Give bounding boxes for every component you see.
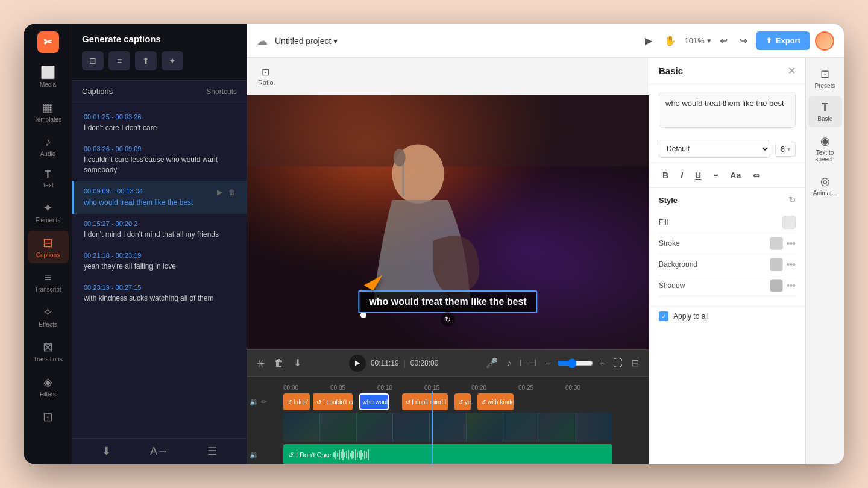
sidebar-item-elements[interactable]: ✦ Elements [28, 196, 69, 228]
case-btn[interactable]: Aa [726, 168, 744, 183]
timeline-play-btn[interactable]: ▶ [349, 355, 366, 372]
download-captions-btn[interactable]: ⬇ [102, 445, 111, 458]
sidebar-item-subtitle[interactable]: ⊡ [28, 405, 69, 429]
caption-overlay[interactable]: who would treat them like the best [358, 290, 537, 313]
zoom-in-btn[interactable]: + [597, 355, 607, 371]
undo-btn[interactable]: ↩ [716, 33, 731, 49]
redo-btn[interactable]: ↪ [736, 33, 751, 49]
shadow-color-box[interactable] [770, 279, 783, 292]
magic-icon: ✦ [169, 56, 176, 66]
cursor-btn[interactable]: ✋ [661, 33, 680, 49]
audio-icon: ♪ [45, 135, 51, 149]
captions-tool-magic[interactable]: ✦ [162, 51, 183, 70]
caption-item-4[interactable]: 00:15:27 - 00:20:2 I don't mind I don't … [72, 214, 247, 246]
italic-btn[interactable]: I [677, 168, 687, 183]
ruler-tick-1: 00:05 [330, 384, 377, 391]
audio-track[interactable]: ↺ I Don't Care [283, 444, 612, 464]
caption-seg-2[interactable]: ↺ I couldn't care less'cause [313, 393, 353, 410]
captions-tool-text[interactable]: ≡ [108, 51, 130, 70]
caption-seg-1[interactable]: ↺ I don' [283, 393, 310, 410]
zoom-out-btn[interactable]: − [542, 355, 553, 371]
caption-refresh-btn[interactable]: ↻ [441, 312, 455, 327]
cloud-save-icon: ☁ [257, 34, 268, 48]
timeline-scroll-area[interactable]: 00:00 00:05 00:10 00:15 00:20 00:25 00:3… [247, 377, 649, 464]
caption-item-5[interactable]: 00:21:18 - 00:23:19 yeah they're all fal… [72, 246, 247, 278]
sidebar-item-captions[interactable]: ⊟ Captions [28, 231, 69, 263]
sidebar-item-transcript[interactable]: ≡ Transcript [28, 266, 69, 298]
sidebar-item-audio[interactable]: ♪ Audio [28, 130, 69, 162]
shadow-more-btn[interactable]: ••• [787, 281, 796, 290]
fullscreen-btn[interactable]: ⛶ [611, 355, 625, 371]
stroke-color-box[interactable] [770, 237, 783, 250]
zoom-control[interactable]: 101% ▾ [685, 36, 711, 45]
caption-seg-6[interactable]: ↺ with kindness su [477, 393, 514, 410]
timeline-controls: ⚹ 🗑 ⬇ ▶ 00:11:19 | 00:28:00 🎤 ♪ ⊢⊣ [247, 350, 649, 377]
preset-item-basic[interactable]: T Basic [808, 96, 842, 127]
split-btn[interactable]: ⚹ [254, 355, 267, 371]
timeline-right-btns: 🎤 ♪ ⊢⊣ − + ⛶ ⊟ [483, 355, 641, 371]
right-panel-close-btn[interactable]: ✕ [788, 65, 796, 77]
sidebar-item-templates[interactable]: ▦ Templates [28, 95, 69, 128]
preset-item-animate[interactable]: ◎ Animat... [808, 170, 842, 201]
sidebar-item-text[interactable]: T Text [28, 164, 69, 193]
ratio-button[interactable]: ⊡ Ratio [252, 63, 280, 90]
caption-item-1[interactable]: 00:01:25 - 00:03:26 I don't care I don't… [72, 107, 247, 139]
track-controls: 🔉 ✏ 🔉 [247, 393, 283, 464]
bold-btn[interactable]: B [659, 168, 672, 183]
vol-caption-btn[interactable]: 🔉 [250, 398, 259, 406]
style-refresh-icon: ↻ [788, 195, 796, 205]
caption-settings-btn[interactable]: ☰ [207, 445, 217, 458]
sidebar-item-effects[interactable]: ✧ Effects [28, 300, 69, 333]
sidebar-item-transitions[interactable]: ⊠ Transitions [28, 335, 69, 368]
caption-time-5: 00:21:18 - 00:23:19 [84, 252, 237, 259]
underline-btn[interactable]: U [691, 168, 705, 183]
captions-tool-upload[interactable]: ⬆ [135, 51, 157, 70]
background-color-box[interactable] [770, 258, 783, 271]
stroke-more-btn[interactable]: ••• [787, 239, 796, 248]
delete-btn[interactable]: 🗑 [272, 355, 286, 371]
sidebar-item-filters[interactable]: ◈ Filters [28, 370, 69, 402]
edit-caption-btn[interactable]: ✏ [261, 398, 267, 406]
shadow-row: Shadow ••• [659, 275, 796, 296]
fill-color-box[interactable] [782, 216, 796, 229]
sidebar-item-media[interactable]: ⬜ Media [28, 60, 69, 93]
caption-item-2[interactable]: 00:03:26 - 00:09:09 I couldn't care less… [72, 139, 247, 181]
captions-tl-btn[interactable]: ⊟ [629, 355, 641, 371]
zoom-slider[interactable] [557, 358, 593, 368]
ruler-tick-2: 00:10 [377, 384, 424, 391]
preset-item-presets[interactable]: ⊡ Presets [808, 63, 842, 94]
caption-seg-selected[interactable]: who would treat the... [359, 393, 389, 410]
play-btn[interactable]: ▶ [641, 33, 656, 49]
background-more-btn[interactable]: ••• [787, 260, 796, 269]
preset-item-tts[interactable]: ◉ Text to speech [808, 130, 842, 167]
upload-icon: ⬆ [142, 56, 149, 66]
app-logo[interactable]: ✂ [37, 31, 59, 53]
apply-to-all-label[interactable]: Apply to all [673, 312, 709, 321]
translate-btn[interactable]: A→ [150, 445, 168, 458]
vol-audio-btn[interactable]: 🔉 [250, 451, 259, 459]
audio-split-btn[interactable]: ⊢⊣ [517, 355, 539, 371]
apply-to-all-row: ✓ Apply to all [649, 306, 805, 326]
align-btn[interactable]: ≡ [709, 168, 722, 183]
caption-seg-4[interactable]: ↺ I don't mind I don't mi [402, 393, 448, 410]
mic-btn[interactable]: 🎤 [483, 355, 500, 371]
export-tl-btn[interactable]: ⬇ [291, 355, 304, 371]
caption-item-6[interactable]: 00:23:19 - 00:27:15 with kindness sucks … [72, 278, 247, 310]
project-name[interactable]: Untitled project ▾ [275, 36, 338, 46]
caption-seg-5[interactable]: ↺ yeah [454, 393, 471, 410]
apply-to-all-checkbox[interactable]: ✓ [659, 311, 668, 321]
background-label: Background [659, 260, 697, 269]
caption-text-preview[interactable]: who would treat them like the best [659, 92, 796, 128]
video-track[interactable] [283, 413, 612, 442]
shortcuts-link[interactable]: Shortcuts [206, 87, 237, 96]
music-btn[interactable]: ♪ [504, 355, 514, 371]
export-button[interactable]: ⬆ Export [756, 31, 810, 50]
font-select[interactable]: Default [659, 140, 770, 158]
spacing-btn[interactable]: ⇔ [749, 168, 764, 183]
caption-item-3[interactable]: 00:09:09 – 00:13:04 ▶ 🗑 who would treat … [72, 181, 247, 214]
avatar[interactable] [815, 31, 834, 51]
video-canvas[interactable]: who would treat them like the best ↻ [247, 95, 649, 349]
caption-delete-btn[interactable]: 🗑 [227, 187, 237, 198]
caption-play-btn[interactable]: ▶ [216, 187, 224, 198]
captions-tool-cc[interactable]: ⊟ [82, 51, 104, 70]
